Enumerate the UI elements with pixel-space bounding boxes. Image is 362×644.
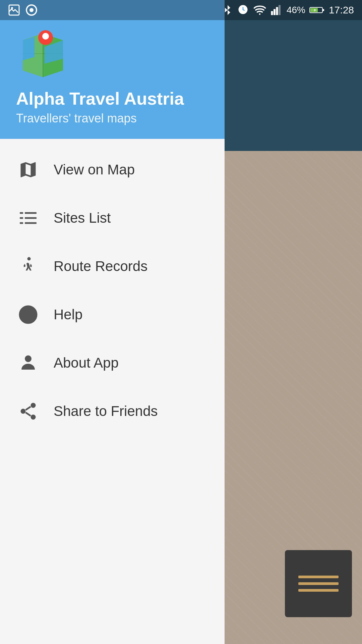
list-icon xyxy=(16,206,40,230)
alarm-icon xyxy=(237,4,249,16)
svg-point-31 xyxy=(31,403,36,408)
map-icon xyxy=(16,158,40,182)
battery-percentage: 46% xyxy=(287,5,305,15)
help-icon xyxy=(16,303,40,327)
svg-point-30 xyxy=(25,356,32,362)
svg-rect-22 xyxy=(25,212,37,214)
svg-point-29 xyxy=(27,318,29,319)
menu-label-help: Help xyxy=(54,307,82,323)
map-widget xyxy=(285,550,352,617)
walking-icon xyxy=(16,254,40,278)
battery-icon xyxy=(309,5,325,15)
svg-rect-8 xyxy=(276,7,278,15)
svg-rect-7 xyxy=(274,9,276,15)
menu-label-share-to-friends: Share to Friends xyxy=(54,403,158,419)
svg-rect-24 xyxy=(25,217,37,219)
svg-line-34 xyxy=(26,407,31,410)
svg-rect-21 xyxy=(20,212,23,214)
menu-item-route-records[interactable]: Route Records xyxy=(0,242,225,290)
menu-item-view-on-map[interactable]: View on Map xyxy=(0,146,225,194)
wifi-icon xyxy=(253,4,266,16)
svg-marker-17 xyxy=(23,37,35,60)
menu-label-sites-list: Sites List xyxy=(54,210,111,226)
menu-label-route-records: Route Records xyxy=(54,258,147,274)
svg-point-32 xyxy=(21,409,26,414)
drawer-menu: View on Map Sites List xyxy=(0,139,225,644)
app-logo xyxy=(16,27,70,80)
menu-item-help[interactable]: Help xyxy=(0,290,225,339)
drawer-header: Alpha Travel Austria Travellers' travel … xyxy=(0,0,225,139)
bluetooth-icon xyxy=(222,5,233,15)
svg-rect-23 xyxy=(20,217,23,219)
app-title: Alpha Travel Austria xyxy=(16,89,208,109)
app-subtitle: Travellers' travel maps xyxy=(16,111,208,125)
status-time: 17:28 xyxy=(329,4,354,16)
svg-point-5 xyxy=(259,13,261,15)
svg-point-20 xyxy=(42,33,49,40)
status-right-icons: 46% 17:28 xyxy=(222,4,354,16)
menu-item-sites-list[interactable]: Sites List xyxy=(0,194,225,242)
menu-label-about-app: About App xyxy=(54,355,119,371)
svg-point-27 xyxy=(27,257,31,261)
sync-icon xyxy=(25,4,38,16)
svg-point-3 xyxy=(29,8,34,12)
svg-rect-11 xyxy=(322,9,324,11)
svg-rect-9 xyxy=(279,5,281,15)
status-bar: 46% 17:28 xyxy=(0,0,362,20)
svg-rect-25 xyxy=(20,222,23,224)
person-icon xyxy=(16,351,40,375)
menu-item-share-to-friends[interactable]: Share to Friends xyxy=(0,387,225,435)
gallery-icon xyxy=(8,4,20,16)
svg-point-33 xyxy=(31,415,36,420)
svg-rect-26 xyxy=(25,222,37,224)
svg-line-35 xyxy=(26,413,31,416)
navigation-drawer: Alpha Travel Austria Travellers' travel … xyxy=(0,0,225,644)
svg-rect-6 xyxy=(271,11,273,15)
menu-label-view-on-map: View on Map xyxy=(54,162,135,178)
signal-icon xyxy=(270,4,283,16)
share-icon xyxy=(16,399,40,423)
map-dark-area xyxy=(208,0,362,151)
svg-point-4 xyxy=(242,9,243,10)
menu-item-about-app[interactable]: About App xyxy=(0,339,225,387)
status-left-icons xyxy=(8,4,38,16)
